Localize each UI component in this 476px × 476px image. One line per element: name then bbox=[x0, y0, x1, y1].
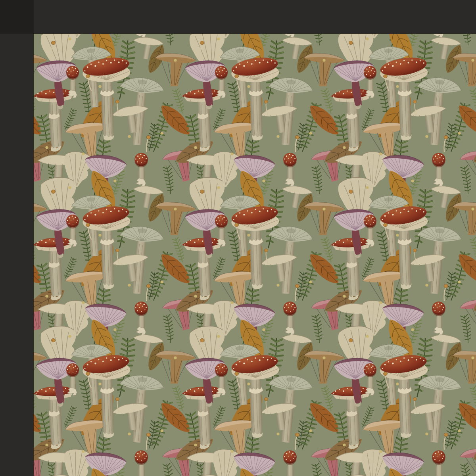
ruler-unit-box bbox=[0, 0, 34, 34]
ruler-vertical bbox=[0, 0, 34, 476]
fabric-print-area bbox=[34, 34, 476, 476]
fabric-texture bbox=[34, 34, 476, 476]
fabric-swatch-screenshot bbox=[0, 0, 476, 476]
ruler-horizontal bbox=[0, 0, 476, 34]
mushroom-pattern-graphic bbox=[34, 34, 476, 476]
